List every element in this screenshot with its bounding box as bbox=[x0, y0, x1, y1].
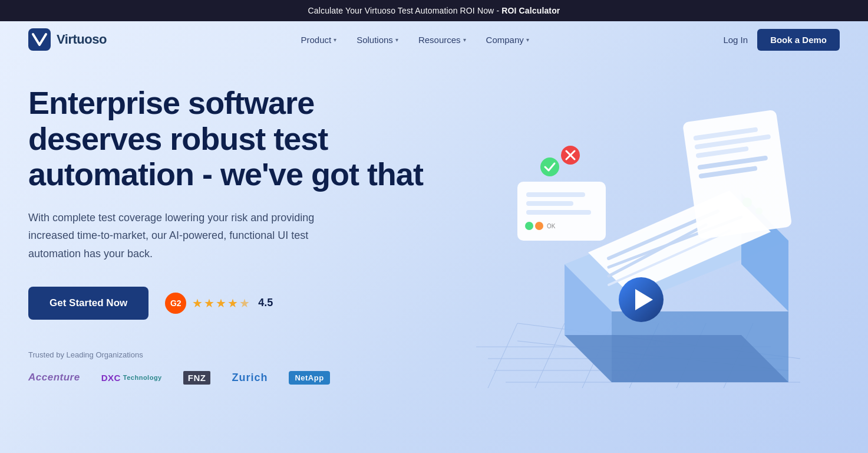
svg-point-38 bbox=[535, 222, 543, 230]
banner-text: Calculate Your Virtuoso Test Automation … bbox=[308, 6, 502, 15]
svg-point-40 bbox=[540, 157, 559, 176]
svg-point-37 bbox=[525, 222, 533, 230]
chevron-down-icon: ▾ bbox=[334, 37, 336, 43]
brand-netapp: NetApp bbox=[289, 371, 329, 385]
nav-item-company[interactable]: Company ▾ bbox=[478, 30, 537, 50]
svg-rect-35 bbox=[526, 201, 573, 206]
star-half: ★ bbox=[239, 296, 250, 310]
chevron-down-icon: ▾ bbox=[395, 37, 398, 43]
g2-badge: G2 bbox=[165, 293, 186, 314]
star-2: ★ bbox=[204, 296, 214, 310]
star-rating: ★ ★ ★ ★ ★ bbox=[192, 296, 250, 310]
nav-actions: Log In Book a Demo bbox=[723, 29, 840, 51]
svg-text:OK: OK bbox=[547, 223, 556, 229]
trusted-label: Trusted by Leading Organizations bbox=[28, 350, 423, 359]
hero-title: Enterprise software deserves robust test… bbox=[28, 85, 423, 192]
book-demo-button[interactable]: Book a Demo bbox=[757, 29, 840, 51]
nav-item-product[interactable]: Product ▾ bbox=[292, 30, 345, 50]
brand-fnz: FNZ bbox=[183, 371, 211, 385]
nav-item-resources[interactable]: Resources ▾ bbox=[410, 30, 474, 50]
isometric-illustration: OK bbox=[458, 76, 812, 406]
brand-logos: Accenture DXC Technology FNZ Zurich NetA… bbox=[28, 371, 423, 385]
svg-rect-36 bbox=[526, 210, 591, 215]
chevron-down-icon: ▾ bbox=[463, 37, 466, 43]
logo-link[interactable]: Virtuoso bbox=[28, 28, 107, 51]
trusted-section: Trusted by Leading Organizations Accentu… bbox=[28, 350, 423, 385]
logo-icon bbox=[28, 28, 51, 51]
top-banner: Calculate Your Virtuoso Test Automation … bbox=[0, 0, 868, 21]
rating-block: G2 ★ ★ ★ ★ ★ 4.5 bbox=[165, 293, 273, 314]
brand-accenture: Accenture bbox=[28, 372, 80, 383]
logo-text: Virtuoso bbox=[57, 32, 107, 47]
rating-value: 4.5 bbox=[258, 297, 273, 309]
iso-container: OK bbox=[458, 76, 800, 406]
brand-dxc: DXC Technology bbox=[101, 373, 162, 383]
hero-content: Enterprise software deserves robust test… bbox=[28, 85, 423, 384]
nav-item-solutions[interactable]: Solutions ▾ bbox=[348, 30, 407, 50]
hero-subtitle: With complete test coverage lowering you… bbox=[28, 209, 358, 263]
svg-line-5 bbox=[488, 323, 517, 388]
hero-section: Enterprise software deserves robust test… bbox=[0, 58, 868, 424]
star-3: ★ bbox=[216, 296, 226, 310]
chevron-down-icon: ▾ bbox=[526, 37, 529, 43]
navbar: Virtuoso Product ▾ Solutions ▾ Resources… bbox=[0, 21, 868, 58]
get-started-button[interactable]: Get Started Now bbox=[28, 287, 148, 320]
svg-rect-0 bbox=[28, 28, 51, 51]
login-button[interactable]: Log In bbox=[723, 35, 748, 45]
svg-rect-34 bbox=[526, 192, 585, 197]
nav-menu: Product ▾ Solutions ▾ Resources ▾ Compan… bbox=[292, 30, 537, 50]
hero-actions: Get Started Now G2 ★ ★ ★ ★ ★ 4.5 bbox=[28, 287, 423, 320]
svg-line-6 bbox=[535, 323, 565, 388]
banner-link[interactable]: ROI Calculator bbox=[501, 6, 560, 15]
brand-zurich: Zurich bbox=[232, 372, 268, 384]
svg-rect-25 bbox=[682, 110, 792, 239]
hero-illustration: OK bbox=[391, 58, 868, 424]
star-1: ★ bbox=[192, 296, 203, 310]
star-4: ★ bbox=[227, 296, 238, 310]
